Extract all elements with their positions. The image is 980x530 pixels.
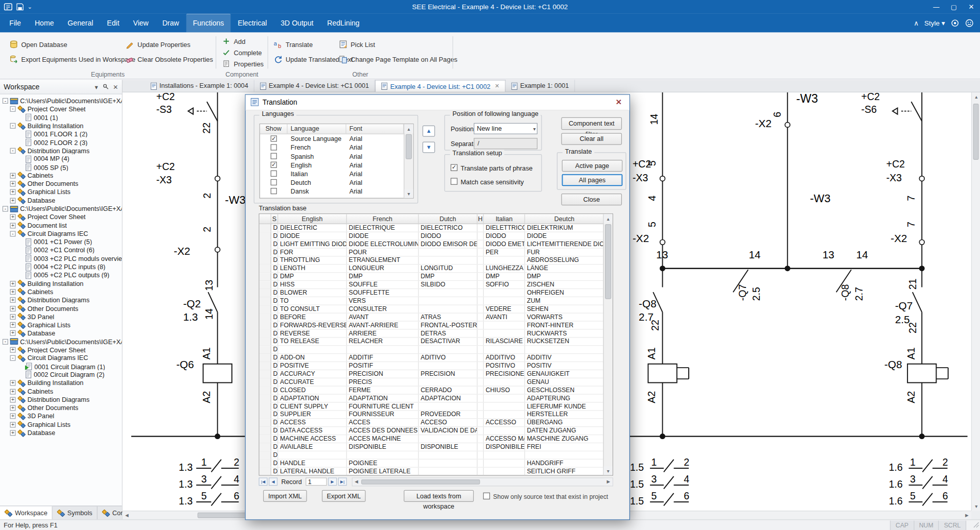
expand-icon[interactable]: +: [10, 281, 16, 286]
translation-row[interactable]: DBLOWERSOUFFLETTEOHRFEIGEN: [260, 289, 613, 297]
document-tab[interactable]: Example 4 - Device List: +C1 0001: [254, 80, 375, 91]
scroll-up-icon[interactable]: ▲: [404, 124, 413, 133]
tree-item[interactable]: +Document list: [0, 221, 122, 229]
expand-icon[interactable]: +: [10, 173, 16, 178]
menu-tab-edit[interactable]: Edit: [100, 14, 126, 33]
translation-row[interactable]: DCLIENT SUPPLYFOURNITURE CLIENTLIEFERUMF…: [260, 403, 613, 411]
expand-icon[interactable]: +: [10, 214, 16, 220]
maximize-button[interactable]: ▢: [945, 0, 962, 14]
tree-item[interactable]: +Database: [0, 197, 122, 205]
add-component-button[interactable]: Add: [221, 36, 245, 47]
translation-row[interactable]: D: [260, 451, 613, 460]
scroll-right-icon[interactable]: ▶: [604, 478, 613, 486]
translation-row[interactable]: DLIGHT EMITTING DIODEDIODE ELECTROLUMINE…: [260, 240, 613, 249]
show-only-source-checkbox[interactable]: [483, 493, 490, 499]
tree-item[interactable]: 0002 FLOOR 2 (3): [0, 138, 122, 147]
resize-grip[interactable]: [973, 522, 979, 529]
tree-item[interactable]: 0004 +C2 PLC inputs (8): [0, 263, 122, 271]
record-value[interactable]: 1: [306, 477, 327, 486]
base-column-header[interactable]: French: [347, 214, 419, 223]
quick-access-chevron-icon[interactable]: ⌄: [28, 4, 32, 10]
menu-tab-functions[interactable]: Functions: [186, 14, 231, 33]
tree-item[interactable]: -C:\Users\Public\Documents\IGE+XAO\SE: [0, 338, 122, 346]
expand-icon[interactable]: +: [10, 322, 16, 328]
tree-item[interactable]: -Project Cover Sheet: [0, 105, 122, 113]
tree-item[interactable]: 0001 (1): [0, 113, 122, 122]
translation-row[interactable]: DBEFOREAVANTATRASAVANTIVORWARTS: [260, 314, 613, 322]
tree-item[interactable]: 0002 Circuit Diagram (2): [0, 371, 122, 379]
tree-item[interactable]: +Cabinets: [0, 387, 122, 395]
import-xml-button[interactable]: Import XML: [263, 490, 307, 502]
translation-row[interactable]: DHISSSOUFFLESILBIDOSOFFIOZISCHEN: [260, 281, 613, 289]
complete-component-button[interactable]: Complete: [221, 47, 262, 58]
expand-icon[interactable]: +: [10, 347, 16, 353]
tree-item[interactable]: +Graphical Lists: [0, 421, 122, 429]
collapse-icon[interactable]: -: [3, 339, 8, 345]
expand-icon[interactable]: +: [10, 297, 16, 303]
expand-icon[interactable]: +: [10, 430, 16, 436]
tree-item[interactable]: +Building Installation: [0, 279, 122, 287]
tree-item[interactable]: +Other Documents: [0, 304, 122, 312]
separator-input[interactable]: /: [474, 138, 538, 149]
export-xml-button[interactable]: Export XML: [322, 490, 366, 502]
language-row[interactable]: ✓EnglishArial: [260, 160, 413, 169]
document-tab[interactable]: Installations - Example 1: 0004: [145, 80, 254, 91]
tree-item[interactable]: -C:\Users\Public\Documents\IGE+XAO\SE: [0, 205, 122, 213]
move-language-up-button[interactable]: ▲: [423, 126, 435, 137]
expand-icon[interactable]: +: [10, 422, 16, 427]
language-row[interactable]: FrenchArial: [260, 143, 413, 152]
panel-tab-workspace[interactable]: Workspace: [0, 507, 52, 520]
scroll-up-icon[interactable]: ▲: [604, 214, 613, 223]
expand-icon[interactable]: +: [10, 405, 16, 411]
tree-item[interactable]: 0005 +C2 PLC outputs (9): [0, 271, 122, 279]
change-page-template-button[interactable]: Change Page Template on All Pages: [338, 54, 457, 65]
expand-icon[interactable]: +: [10, 414, 16, 419]
style-menu[interactable]: Style ▾: [924, 19, 945, 27]
expand-icon[interactable]: +: [10, 223, 16, 228]
scroll-left-icon[interactable]: ◀: [123, 511, 131, 519]
base-column-header[interactable]: English: [278, 214, 347, 223]
translation-row[interactable]: DMACHINE ACCESSACCES MACHINEACCESSO MACC…: [260, 435, 613, 443]
language-row[interactable]: DanskArial: [260, 187, 413, 196]
translation-row[interactable]: DADAPTATIONADAPTATIONADAPTACIONADAPTERUN…: [260, 395, 613, 403]
record-first-button[interactable]: |◀: [259, 477, 267, 486]
collapse-icon[interactable]: -: [10, 355, 16, 361]
tree-item[interactable]: -Building Installation: [0, 122, 122, 130]
all-pages-button[interactable]: All pages: [562, 174, 623, 186]
collapse-icon[interactable]: -: [10, 231, 16, 236]
expand-icon[interactable]: +: [10, 289, 16, 295]
translation-row[interactable]: DSUPPLIERFOURNISSEURPROVEEDORHERSTELLER: [260, 411, 613, 419]
translation-row[interactable]: DACCESSACCESACCESOACCESSOÜBERGANG: [260, 419, 613, 427]
feedback-smiley-icon[interactable]: [965, 19, 974, 28]
panel-menu-chevron-icon[interactable]: ▾: [95, 83, 98, 90]
tree-item[interactable]: +Database: [0, 329, 122, 338]
update-properties-button[interactable]: Update Properties: [125, 39, 191, 50]
base-table-scrollbar[interactable]: ▲ ▼: [603, 214, 612, 475]
tree-item[interactable]: +Graphical Lists: [0, 188, 122, 196]
tree-item[interactable]: +Project Cover Sheet: [0, 346, 122, 354]
translation-row[interactable]: DTOVERSZUM: [260, 297, 613, 305]
move-language-down-button[interactable]: ▼: [423, 142, 435, 153]
tree-item[interactable]: 0004 MP (4): [0, 155, 122, 163]
translation-row[interactable]: DDMPDMPDMPDMPDMP: [260, 273, 613, 281]
record-last-button[interactable]: ▶|: [338, 477, 347, 486]
expand-icon[interactable]: +: [10, 389, 16, 394]
scroll-down-icon[interactable]: ▼: [404, 189, 413, 198]
tree-item[interactable]: 0001 +C1 Power (5): [0, 238, 122, 246]
collapse-ribbon-icon[interactable]: ∧: [914, 19, 919, 27]
scroll-right-icon[interactable]: ▶: [963, 511, 971, 519]
close-dialog-button[interactable]: Close: [561, 194, 622, 205]
expand-icon[interactable]: +: [10, 330, 16, 336]
translation-row[interactable]: DTO CONSULTCONSULTERVEDERESEHEN: [260, 305, 613, 314]
open-database-button[interactable]: Open Database: [9, 39, 67, 50]
language-show-checkbox[interactable]: [271, 144, 277, 150]
translation-row[interactable]: DTHROTTLINGETRANGLEMENTABDROSSELUNG: [260, 256, 613, 264]
translate-button[interactable]: ab Translate: [273, 39, 313, 50]
translation-row[interactable]: DACCURACYPRECISIONPRECISIONPRECISIONEGEN…: [260, 370, 613, 378]
tree-item[interactable]: 0005 SP (5): [0, 163, 122, 172]
tree-item[interactable]: +Building Installation: [0, 379, 122, 387]
language-show-checkbox[interactable]: [271, 153, 277, 159]
translation-row[interactable]: DHANDLEPOIGNEEHANDGRIFF: [260, 460, 613, 468]
expand-icon[interactable]: +: [10, 198, 16, 203]
position-dropdown[interactable]: New line▾: [474, 123, 538, 134]
